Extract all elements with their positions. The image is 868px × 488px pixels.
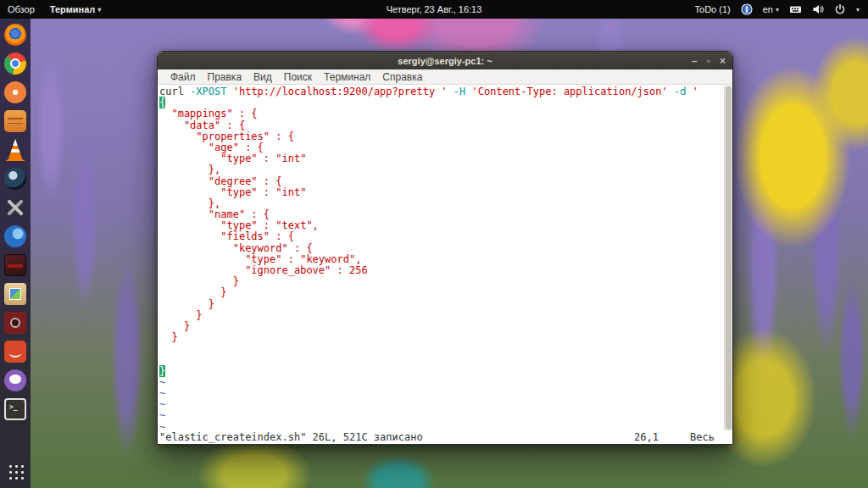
- todo-indicator[interactable]: ToDo (1): [695, 4, 731, 14]
- menu-item-2[interactable]: Вид: [248, 71, 278, 83]
- buffer-line: }: [159, 366, 723, 377]
- window-title: sergiy@sergiy-pc1: ~: [398, 56, 492, 66]
- vlc-icon[interactable]: [4, 139, 26, 161]
- menu-item-0[interactable]: Файл: [164, 71, 202, 83]
- window-titlebar[interactable]: sergiy@sergiy-pc1: ~ –▫×: [158, 52, 732, 69]
- language-label: en: [763, 4, 773, 14]
- close-button[interactable]: ×: [720, 56, 726, 66]
- terminal-buffer: curl -XPOST 'http://localhost:9200/app?p…: [159, 86, 723, 430]
- buffer-line: [159, 355, 723, 366]
- scrollbar-thumb[interactable]: [726, 86, 732, 430]
- vim-message: "elastic_createindex.sh" 26L, 521C запис…: [159, 431, 423, 443]
- buffer-line: }: [159, 332, 723, 343]
- cursor-position: 26,1: [634, 431, 659, 443]
- vim-tilde-line: ~: [159, 377, 723, 388]
- app-menu-label: Терминал: [50, 4, 96, 14]
- amazon-icon[interactable]: [4, 341, 26, 363]
- window-controls: –▫×: [692, 52, 726, 69]
- minimize-button[interactable]: –: [692, 56, 698, 66]
- vim-statusline: "elastic_createindex.sh" 26L, 521C запис…: [158, 430, 732, 444]
- status-indicator-icon[interactable]: [741, 3, 753, 15]
- buffer-line: }: [159, 299, 723, 310]
- files-icon[interactable]: [4, 110, 26, 132]
- scroll-position: Весь: [690, 431, 715, 443]
- vim-tilde-line: ~: [159, 399, 723, 410]
- activities-button[interactable]: Обзор: [8, 4, 35, 14]
- viber-icon[interactable]: [4, 369, 26, 391]
- buffer-line: [159, 343, 723, 354]
- buffer-line: "type" : "int": [159, 187, 723, 198]
- terminal-menubar: ФайлПравкаВидПоискТерминалСправка: [158, 69, 732, 85]
- buffer-line: "type" : "int": [159, 153, 723, 164]
- steam-icon[interactable]: [4, 168, 26, 190]
- dock-items: [4, 24, 26, 420]
- menu-item-1[interactable]: Правка: [202, 71, 248, 83]
- buffer-line: curl -XPOST 'http://localhost:9200/app?p…: [159, 86, 723, 97]
- buffer-line: }: [159, 321, 723, 332]
- buffer-line: "ignore_above" : 256: [159, 265, 723, 276]
- language-menu[interactable]: en ▾: [763, 4, 779, 14]
- vim-tilde-line: ~: [159, 388, 723, 399]
- menu-item-5[interactable]: Справка: [376, 71, 428, 83]
- menu-item-4[interactable]: Терминал: [318, 71, 376, 83]
- volume-icon[interactable]: [812, 3, 824, 15]
- show-applications-icon[interactable]: [7, 463, 24, 480]
- chevron-down-icon: ▾: [776, 6, 779, 14]
- system-tools-icon[interactable]: [4, 197, 26, 219]
- firefox-icon[interactable]: [4, 24, 26, 46]
- top-bar: Обзор Терминал ▾ Четверг, 23 Авг., 16:13…: [0, 0, 868, 19]
- software-center-icon[interactable]: [4, 81, 26, 103]
- system-menu-caret-icon: ▾: [856, 6, 860, 14]
- thunderbird-icon[interactable]: [4, 225, 26, 247]
- app-menu[interactable]: Терминал ▾: [50, 4, 102, 14]
- vim-tilde-line: ~: [159, 410, 723, 421]
- image-viewer-icon[interactable]: [4, 283, 26, 305]
- buffer-line: }: [159, 310, 723, 321]
- chrome-icon[interactable]: [4, 53, 26, 75]
- terminal-window: sergiy@sergiy-pc1: ~ –▫× ФайлПравкаВидПо…: [157, 51, 733, 445]
- buffer-line: }: [159, 276, 723, 287]
- maximize-button[interactable]: ▫: [707, 56, 710, 66]
- terminal-screen[interactable]: curl -XPOST 'http://localhost:9200/app?p…: [158, 86, 732, 430]
- buffer-line: }: [159, 287, 723, 298]
- terminal-icon[interactable]: [4, 398, 26, 420]
- dock: [0, 19, 31, 488]
- media-recorder-icon[interactable]: [4, 312, 26, 334]
- package-manager-icon[interactable]: [4, 254, 26, 276]
- chevron-down-icon: ▾: [97, 6, 101, 14]
- vim-tilde-line: ~: [159, 422, 723, 430]
- scrollbar[interactable]: [724, 86, 732, 430]
- power-icon[interactable]: [834, 3, 846, 15]
- menu-item-3[interactable]: Поиск: [278, 71, 318, 83]
- keyboard-icon[interactable]: [789, 3, 802, 15]
